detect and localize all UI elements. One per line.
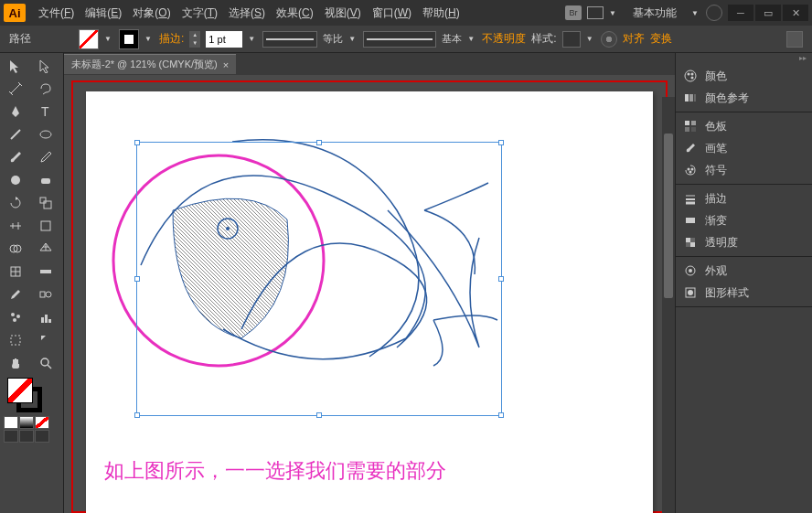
artboard-tool[interactable] [2,329,29,351]
pen-tool[interactable] [2,101,29,123]
chevron-down-icon[interactable]: ▼ [144,35,154,43]
panel-transparency[interactable]: 透明度 [676,231,812,253]
panel-color-guide[interactable]: 颜色参考 [676,87,812,109]
menu-s[interactable]: 选择(S) [223,0,271,26]
blend-tool[interactable] [32,283,59,305]
panel-gradient[interactable]: 渐变 [676,209,812,231]
maximize-button[interactable]: ▭ [755,5,781,21]
paintbrush-tool[interactable] [2,146,29,168]
menu-w[interactable]: 窗口(W) [367,0,417,26]
stroke-weight-input[interactable]: 1 pt [206,31,242,48]
vertical-scrollbar[interactable] [662,97,675,513]
profile-label: 等比 [323,32,343,46]
symbol-sprayer-tool[interactable] [2,306,29,328]
search-icon[interactable] [706,5,722,21]
menu-c[interactable]: 效果(C) [271,0,319,26]
chevron-down-icon[interactable]: ▼ [248,35,257,43]
fill-stroke-swatches[interactable] [7,378,44,414]
panel-stroke[interactable]: 描边 [676,187,812,209]
fill-swatch[interactable] [79,29,99,49]
width-profile-select[interactable] [262,31,317,48]
zoom-tool[interactable] [32,352,59,374]
opacity-link[interactable]: 不透明度 [482,31,526,47]
panel-menu-button[interactable] [786,31,803,48]
brush-definition-select[interactable] [363,31,436,48]
selection-handle[interactable] [498,412,504,418]
eraser-tool[interactable] [32,169,59,191]
menu-o[interactable]: 对象(O) [127,0,176,26]
color-mode-btn[interactable] [4,416,18,429]
slice-tool[interactable] [32,329,59,351]
selection-tool[interactable] [2,55,29,77]
perspective-grid-tool[interactable] [32,238,59,260]
menu-h[interactable]: 帮助(H) [417,0,465,26]
none-mode-btn[interactable] [35,416,49,429]
type-tool[interactable]: T [32,101,59,123]
width-tool[interactable] [2,215,29,237]
eyedropper-tool[interactable] [2,283,29,305]
artboard[interactable]: 如上图所示，一一选择我们需要的部分 [86,91,653,513]
align-link[interactable]: 对齐 [623,31,645,47]
stroke-stepper[interactable]: ▲▼ [189,31,200,48]
minimize-button[interactable]: ─ [728,5,753,21]
chevron-down-icon[interactable]: ▼ [609,9,618,17]
panel-swatches[interactable]: 色板 [676,115,812,137]
shape-builder-tool[interactable] [2,238,29,260]
draw-behind-btn[interactable] [19,430,34,443]
lasso-tool[interactable] [32,78,59,100]
document-tab[interactable]: 未标题-2* @ 121% (CMYK/预览) × [64,54,236,74]
stroke-link[interactable]: 描边: [159,31,184,47]
chevron-down-icon[interactable]: ▼ [691,9,700,17]
fill-color-swatch[interactable] [7,378,33,403]
menu-f[interactable]: 文件(F) [33,0,80,26]
selection-bounding-box[interactable] [136,142,502,416]
free-transform-tool[interactable] [32,215,59,237]
column-graph-tool[interactable] [32,306,59,328]
rotate-tool[interactable] [2,192,29,214]
selection-handle[interactable] [316,140,322,145]
panel-brushes[interactable]: 画笔 [676,137,812,159]
panel-appearance[interactable]: 外观 [676,260,812,282]
pencil-tool[interactable] [32,146,59,168]
selection-handle[interactable] [134,412,140,418]
gradient-tool[interactable] [32,261,59,283]
magic-wand-tool[interactable] [2,78,29,100]
selection-handle[interactable] [134,276,140,282]
blob-brush-tool[interactable] [2,169,29,191]
graphic-style-select[interactable] [562,31,581,48]
collapse-panels-button[interactable]: ▸▸ [676,53,812,62]
selection-handle[interactable] [316,412,322,418]
panel-graphic-styles[interactable]: 图形样式 [676,282,812,304]
close-button[interactable]: ✕ [783,5,808,21]
menu-v[interactable]: 视图(V) [319,0,367,26]
stroke-swatch[interactable] [119,29,139,49]
menu-t[interactable]: 文字(T) [176,0,223,26]
chevron-down-icon[interactable]: ▼ [104,35,113,43]
bridge-icon[interactable]: Br [565,5,582,20]
chevron-down-icon[interactable]: ▼ [348,35,358,43]
close-tab-icon[interactable]: × [223,59,229,70]
menu-e[interactable]: 编辑(E) [80,0,127,26]
panel-symbols[interactable]: 符号 [676,159,812,181]
draw-inside-btn[interactable] [35,430,49,443]
scrollbar-thumb[interactable] [664,134,673,298]
chevron-down-icon[interactable]: ▼ [467,35,476,43]
chevron-down-icon[interactable]: ▼ [586,35,595,43]
mesh-tool[interactable] [2,261,29,283]
line-tool[interactable] [2,123,29,145]
scale-tool[interactable] [32,192,59,214]
workspace-switcher[interactable]: 基本功能 [624,5,686,21]
draw-normal-btn[interactable] [4,430,18,443]
gradient-mode-btn[interactable] [19,416,34,429]
arrange-documents-icon[interactable] [587,6,604,19]
selection-handle[interactable] [134,140,140,145]
selection-handle[interactable] [498,140,504,145]
selection-handle[interactable] [498,276,504,282]
panel-palette[interactable]: 颜色 [676,65,812,87]
direct-selection-tool[interactable] [32,55,59,77]
transform-link[interactable]: 变换 [650,31,672,47]
recolor-artwork-button[interactable] [601,31,617,48]
hand-tool[interactable] [2,352,29,374]
ellipse-tool[interactable] [32,123,59,145]
canvas[interactable]: 如上图所示，一一选择我们需要的部分 [64,75,675,513]
